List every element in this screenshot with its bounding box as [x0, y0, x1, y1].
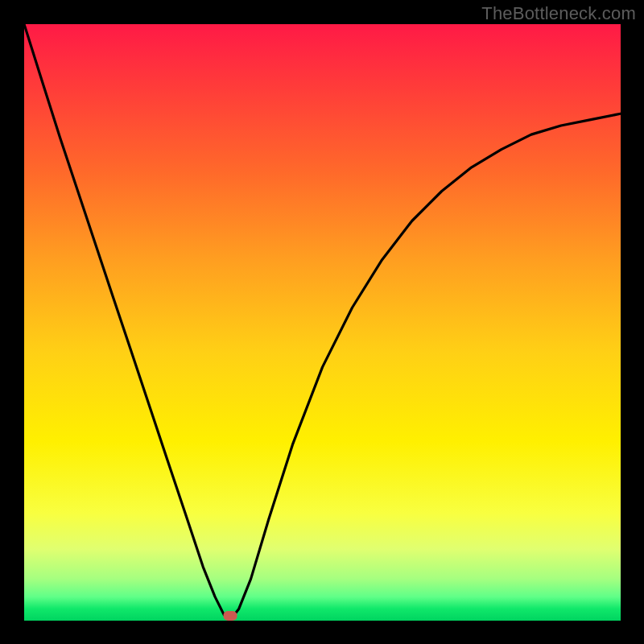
bottleneck-curve	[24, 24, 621, 621]
chart-frame: TheBottleneck.com	[0, 0, 644, 644]
optimal-point-marker	[223, 611, 237, 621]
plot-area	[24, 24, 621, 621]
curve-path	[24, 24, 621, 621]
attribution-label: TheBottleneck.com	[481, 3, 636, 24]
